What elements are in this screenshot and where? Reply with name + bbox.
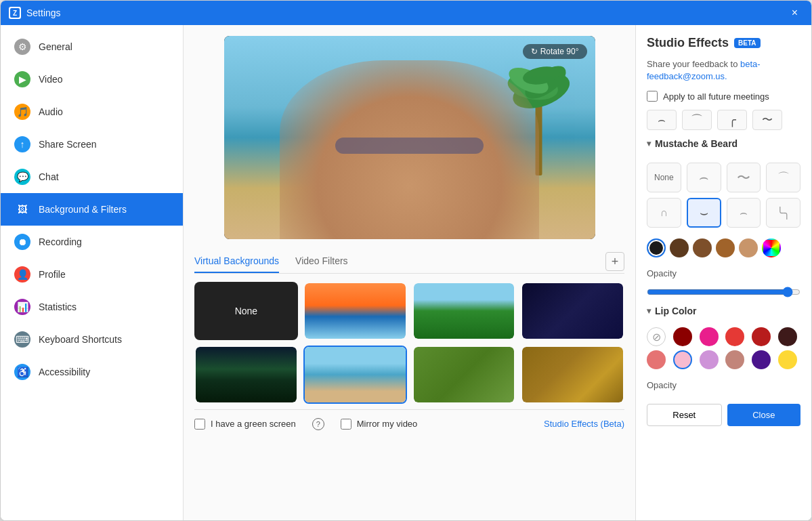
mustache-opt-5[interactable]: ⌣ [687, 198, 721, 228]
window-title: Settings [26, 7, 61, 18]
sidebar-item-general[interactable]: ⚙General [1, 30, 183, 63]
green-screen-checkbox[interactable] [194, 419, 205, 430]
mustache-opt-6[interactable]: ⌢ [727, 198, 761, 228]
apply-check[interactable]: Apply to all future meetings [647, 91, 800, 102]
sidebar-label-background: Background & Filters [39, 204, 127, 215]
background-space[interactable] [521, 282, 624, 340]
lip-crimson[interactable] [752, 327, 771, 346]
lip-coral[interactable] [647, 350, 666, 369]
settings-window: Z Settings × ⚙General▶Video🎵Audio↑Share … [0, 0, 812, 521]
mustache-opt-1[interactable]: ⌢ [687, 163, 721, 192]
video-preview: ↻ Rotate 90° [224, 36, 595, 239]
sidebar-item-keyboard[interactable]: ⌨Keyboard Shortcuts [1, 323, 183, 356]
lip-none[interactable]: ⊘ [647, 327, 666, 346]
audio-icon: 🎵 [14, 104, 30, 120]
chevron-icon: ▾ [647, 139, 651, 148]
sidebar: ⚙General▶Video🎵Audio↑Share Screen💬Chat🖼B… [1, 25, 184, 520]
lip-mauve[interactable] [700, 350, 719, 369]
eyebrow-opt-2[interactable]: ⌒ [682, 110, 712, 130]
apply-checkbox[interactable] [647, 91, 658, 102]
background-none[interactable]: None [194, 282, 298, 340]
title-bar: Z Settings × [1, 1, 811, 25]
sidebar-label-audio: Audio [39, 106, 63, 117]
background-beach[interactable] [303, 346, 407, 404]
zoom-icon: Z [9, 7, 21, 19]
mustache-opt-4[interactable]: ∩ [647, 198, 681, 228]
mustache-opt-3[interactable]: ⌒ [766, 163, 800, 192]
sidebar-item-statistics[interactable]: 📊Statistics [1, 291, 183, 323]
close-button[interactable]: × [786, 4, 803, 22]
color-black[interactable] [647, 238, 666, 257]
tab-video-filters[interactable]: Video Filters [295, 250, 348, 273]
lip-purple[interactable] [752, 350, 771, 369]
tab-virtual-backgrounds[interactable]: Virtual Backgrounds [194, 250, 279, 273]
lip-light-pink[interactable] [673, 350, 692, 369]
sidebar-item-accessibility[interactable]: ♿Accessibility [1, 356, 183, 388]
sunglasses [335, 138, 484, 154]
mustache-section-header[interactable]: ▾ Mustache & Beard [647, 138, 800, 149]
green-screen-check[interactable]: I have a green screen [194, 419, 296, 430]
opacity-slider[interactable] [647, 287, 800, 297]
add-background-button[interactable]: + [605, 252, 624, 271]
lip-dark-red[interactable] [673, 327, 692, 346]
sidebar-item-sharescreen[interactable]: ↑Share Screen [1, 128, 183, 161]
studio-effects-link[interactable]: Studio Effects (Beta) [544, 419, 624, 429]
lip-opacity-label: Opacity [647, 380, 800, 390]
lip-pink[interactable] [700, 327, 719, 346]
sidebar-item-chat[interactable]: 💬Chat [1, 161, 183, 193]
panel-buttons: Reset Close [647, 404, 800, 426]
eyebrow-opt-3[interactable]: ╭ [717, 110, 747, 130]
lip-dark-maroon[interactable] [778, 327, 797, 346]
hair-color-palette [647, 238, 800, 257]
sidebar-label-profile: Profile [39, 269, 66, 280]
color-medium-brown[interactable] [693, 238, 712, 257]
mustache-grid: None ⌢ 〜 ⌒ ∩ ⌣ ⌢ ╰╮ [647, 163, 800, 228]
mirror-check[interactable]: Mirror my video [341, 419, 418, 430]
sidebar-label-video: Video [39, 74, 63, 85]
tabs: Virtual Backgrounds Video Filters [194, 250, 348, 273]
sidebar-label-recording: Recording [39, 236, 82, 247]
statistics-icon: 📊 [14, 299, 30, 315]
opacity-label: Opacity [647, 268, 800, 278]
background-aurora[interactable] [194, 346, 298, 404]
mustache-opt-7[interactable]: ╰╮ [766, 198, 800, 228]
color-dark-brown[interactable] [670, 238, 689, 257]
lip-red[interactable] [725, 327, 744, 346]
sidebar-item-background[interactable]: 🖼Background & Filters [1, 193, 183, 226]
studio-header: Studio Effects BETA [647, 36, 800, 50]
color-tan[interactable] [739, 238, 758, 257]
title-bar-left: Z Settings [9, 7, 61, 19]
sidebar-label-general: General [39, 41, 72, 52]
sidebar-item-video[interactable]: ▶Video [1, 63, 183, 96]
sidebar-item-audio[interactable]: 🎵Audio [1, 96, 183, 128]
beta-badge: BETA [734, 38, 760, 48]
svg-text:Z: Z [13, 9, 17, 17]
rotate-button[interactable]: ↻ Rotate 90° [523, 44, 586, 59]
mirror-checkbox[interactable] [341, 419, 351, 430]
background-golden-gate[interactable] [303, 282, 407, 340]
lip-yellow[interactable] [778, 350, 797, 369]
help-icon[interactable]: ? [312, 418, 324, 430]
mustache-none[interactable]: None [647, 163, 681, 192]
lip-section-header[interactable]: ▾ Lip Color [647, 306, 800, 316]
eyebrow-opt-1[interactable]: ⌢ [647, 110, 677, 130]
lip-dusty-rose[interactable] [725, 350, 744, 369]
color-rainbow[interactable] [762, 238, 781, 257]
lip-chevron-icon: ▾ [647, 306, 651, 316]
background-grass[interactable] [412, 282, 516, 340]
accessibility-icon: ♿ [14, 364, 30, 380]
background-minecraft[interactable] [412, 346, 516, 404]
sidebar-item-recording[interactable]: ⏺Recording [1, 226, 183, 258]
mustache-opt-2[interactable]: 〜 [727, 163, 761, 192]
sidebar-item-profile[interactable]: 👤Profile [1, 258, 183, 291]
lip-color-palette: ⊘ [647, 327, 800, 369]
close-panel-button[interactable]: Close [727, 404, 801, 426]
sidebar-label-keyboard: Keyboard Shortcuts [39, 334, 122, 345]
bottom-bar: I have a green screen ? Mirror my video … [194, 409, 624, 430]
reset-button[interactable]: Reset [647, 404, 722, 426]
eyebrow-opt-4[interactable]: 〜 [752, 110, 782, 130]
keyboard-icon: ⌨ [14, 331, 30, 348]
main-content: ⚙General▶Video🎵Audio↑Share Screen💬Chat🖼B… [1, 25, 811, 520]
color-light-brown[interactable] [716, 238, 735, 257]
background-room[interactable] [521, 346, 624, 404]
